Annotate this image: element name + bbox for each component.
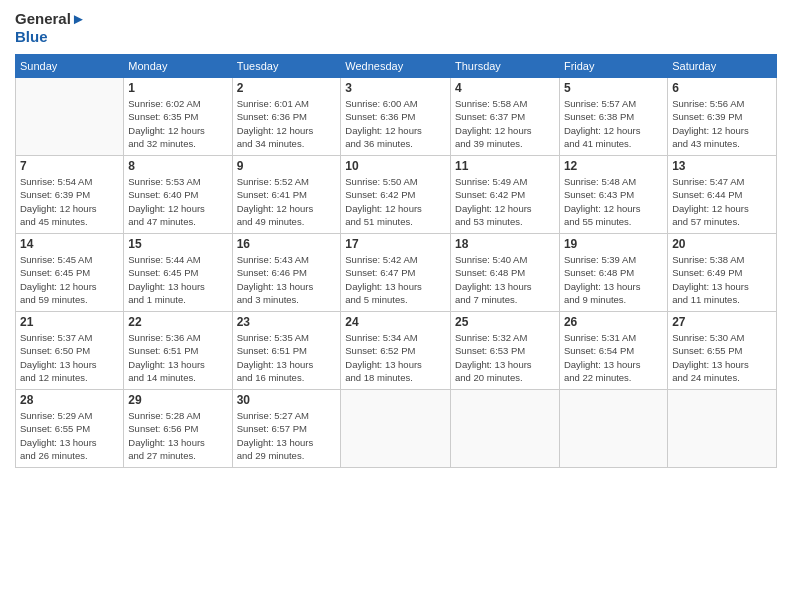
day-number: 1	[128, 81, 227, 95]
day-detail: Sunrise: 5:34 AMSunset: 6:52 PMDaylight:…	[345, 331, 446, 384]
logo-blue-text: Blue	[15, 28, 86, 46]
day-number: 26	[564, 315, 663, 329]
day-cell: 21Sunrise: 5:37 AMSunset: 6:50 PMDayligh…	[16, 312, 124, 390]
day-detail: Sunrise: 6:00 AMSunset: 6:36 PMDaylight:…	[345, 97, 446, 150]
main-container: General► Blue SundayMondayTuesdayWednesd…	[0, 0, 792, 478]
day-cell: 29Sunrise: 5:28 AMSunset: 6:56 PMDayligh…	[124, 390, 232, 468]
weekday-header-row: SundayMondayTuesdayWednesdayThursdayFrid…	[16, 55, 777, 78]
day-cell: 15Sunrise: 5:44 AMSunset: 6:45 PMDayligh…	[124, 234, 232, 312]
day-cell: 26Sunrise: 5:31 AMSunset: 6:54 PMDayligh…	[559, 312, 667, 390]
day-number: 14	[20, 237, 119, 251]
day-number: 19	[564, 237, 663, 251]
day-number: 9	[237, 159, 337, 173]
day-number: 2	[237, 81, 337, 95]
day-number: 15	[128, 237, 227, 251]
day-cell: 10Sunrise: 5:50 AMSunset: 6:42 PMDayligh…	[341, 156, 451, 234]
day-cell: 7Sunrise: 5:54 AMSunset: 6:39 PMDaylight…	[16, 156, 124, 234]
day-number: 7	[20, 159, 119, 173]
week-row-4: 21Sunrise: 5:37 AMSunset: 6:50 PMDayligh…	[16, 312, 777, 390]
day-number: 16	[237, 237, 337, 251]
day-number: 5	[564, 81, 663, 95]
day-number: 30	[237, 393, 337, 407]
day-detail: Sunrise: 5:44 AMSunset: 6:45 PMDaylight:…	[128, 253, 227, 306]
calendar-table: SundayMondayTuesdayWednesdayThursdayFrid…	[15, 54, 777, 468]
day-cell	[559, 390, 667, 468]
day-detail: Sunrise: 5:48 AMSunset: 6:43 PMDaylight:…	[564, 175, 663, 228]
day-cell: 20Sunrise: 5:38 AMSunset: 6:49 PMDayligh…	[668, 234, 777, 312]
day-cell: 3Sunrise: 6:00 AMSunset: 6:36 PMDaylight…	[341, 78, 451, 156]
day-detail: Sunrise: 5:27 AMSunset: 6:57 PMDaylight:…	[237, 409, 337, 462]
day-number: 28	[20, 393, 119, 407]
day-number: 20	[672, 237, 772, 251]
day-detail: Sunrise: 5:45 AMSunset: 6:45 PMDaylight:…	[20, 253, 119, 306]
logo: General► Blue	[15, 10, 86, 46]
day-cell: 18Sunrise: 5:40 AMSunset: 6:48 PMDayligh…	[451, 234, 560, 312]
day-detail: Sunrise: 5:32 AMSunset: 6:53 PMDaylight:…	[455, 331, 555, 384]
day-cell: 24Sunrise: 5:34 AMSunset: 6:52 PMDayligh…	[341, 312, 451, 390]
day-number: 29	[128, 393, 227, 407]
day-detail: Sunrise: 5:35 AMSunset: 6:51 PMDaylight:…	[237, 331, 337, 384]
day-number: 27	[672, 315, 772, 329]
day-cell: 30Sunrise: 5:27 AMSunset: 6:57 PMDayligh…	[232, 390, 341, 468]
day-cell: 13Sunrise: 5:47 AMSunset: 6:44 PMDayligh…	[668, 156, 777, 234]
logo-general-text: General►	[15, 10, 86, 28]
day-detail: Sunrise: 5:42 AMSunset: 6:47 PMDaylight:…	[345, 253, 446, 306]
day-cell: 12Sunrise: 5:48 AMSunset: 6:43 PMDayligh…	[559, 156, 667, 234]
day-cell	[451, 390, 560, 468]
day-detail: Sunrise: 6:01 AMSunset: 6:36 PMDaylight:…	[237, 97, 337, 150]
weekday-header-tuesday: Tuesday	[232, 55, 341, 78]
day-detail: Sunrise: 5:38 AMSunset: 6:49 PMDaylight:…	[672, 253, 772, 306]
day-detail: Sunrise: 5:29 AMSunset: 6:55 PMDaylight:…	[20, 409, 119, 462]
day-detail: Sunrise: 5:57 AMSunset: 6:38 PMDaylight:…	[564, 97, 663, 150]
day-cell: 17Sunrise: 5:42 AMSunset: 6:47 PMDayligh…	[341, 234, 451, 312]
day-number: 11	[455, 159, 555, 173]
week-row-2: 7Sunrise: 5:54 AMSunset: 6:39 PMDaylight…	[16, 156, 777, 234]
day-cell: 28Sunrise: 5:29 AMSunset: 6:55 PMDayligh…	[16, 390, 124, 468]
weekday-header-wednesday: Wednesday	[341, 55, 451, 78]
day-number: 13	[672, 159, 772, 173]
day-detail: Sunrise: 5:36 AMSunset: 6:51 PMDaylight:…	[128, 331, 227, 384]
day-number: 17	[345, 237, 446, 251]
day-detail: Sunrise: 5:39 AMSunset: 6:48 PMDaylight:…	[564, 253, 663, 306]
day-detail: Sunrise: 5:30 AMSunset: 6:55 PMDaylight:…	[672, 331, 772, 384]
day-cell: 9Sunrise: 5:52 AMSunset: 6:41 PMDaylight…	[232, 156, 341, 234]
weekday-header-thursday: Thursday	[451, 55, 560, 78]
day-cell: 19Sunrise: 5:39 AMSunset: 6:48 PMDayligh…	[559, 234, 667, 312]
day-detail: Sunrise: 5:54 AMSunset: 6:39 PMDaylight:…	[20, 175, 119, 228]
day-number: 21	[20, 315, 119, 329]
weekday-header-friday: Friday	[559, 55, 667, 78]
day-cell	[341, 390, 451, 468]
day-detail: Sunrise: 5:50 AMSunset: 6:42 PMDaylight:…	[345, 175, 446, 228]
day-cell: 23Sunrise: 5:35 AMSunset: 6:51 PMDayligh…	[232, 312, 341, 390]
week-row-1: 1Sunrise: 6:02 AMSunset: 6:35 PMDaylight…	[16, 78, 777, 156]
day-detail: Sunrise: 5:31 AMSunset: 6:54 PMDaylight:…	[564, 331, 663, 384]
day-number: 4	[455, 81, 555, 95]
day-cell: 11Sunrise: 5:49 AMSunset: 6:42 PMDayligh…	[451, 156, 560, 234]
day-cell: 4Sunrise: 5:58 AMSunset: 6:37 PMDaylight…	[451, 78, 560, 156]
day-number: 12	[564, 159, 663, 173]
day-cell: 16Sunrise: 5:43 AMSunset: 6:46 PMDayligh…	[232, 234, 341, 312]
day-detail: Sunrise: 5:49 AMSunset: 6:42 PMDaylight:…	[455, 175, 555, 228]
day-number: 10	[345, 159, 446, 173]
day-cell: 25Sunrise: 5:32 AMSunset: 6:53 PMDayligh…	[451, 312, 560, 390]
day-cell	[668, 390, 777, 468]
day-number: 8	[128, 159, 227, 173]
day-number: 23	[237, 315, 337, 329]
day-cell: 8Sunrise: 5:53 AMSunset: 6:40 PMDaylight…	[124, 156, 232, 234]
day-detail: Sunrise: 5:52 AMSunset: 6:41 PMDaylight:…	[237, 175, 337, 228]
day-detail: Sunrise: 5:43 AMSunset: 6:46 PMDaylight:…	[237, 253, 337, 306]
day-detail: Sunrise: 6:02 AMSunset: 6:35 PMDaylight:…	[128, 97, 227, 150]
weekday-header-sunday: Sunday	[16, 55, 124, 78]
day-cell: 1Sunrise: 6:02 AMSunset: 6:35 PMDaylight…	[124, 78, 232, 156]
day-cell: 14Sunrise: 5:45 AMSunset: 6:45 PMDayligh…	[16, 234, 124, 312]
weekday-header-monday: Monday	[124, 55, 232, 78]
day-cell: 6Sunrise: 5:56 AMSunset: 6:39 PMDaylight…	[668, 78, 777, 156]
day-detail: Sunrise: 5:40 AMSunset: 6:48 PMDaylight:…	[455, 253, 555, 306]
day-cell: 22Sunrise: 5:36 AMSunset: 6:51 PMDayligh…	[124, 312, 232, 390]
week-row-5: 28Sunrise: 5:29 AMSunset: 6:55 PMDayligh…	[16, 390, 777, 468]
week-row-3: 14Sunrise: 5:45 AMSunset: 6:45 PMDayligh…	[16, 234, 777, 312]
day-cell: 5Sunrise: 5:57 AMSunset: 6:38 PMDaylight…	[559, 78, 667, 156]
day-detail: Sunrise: 5:37 AMSunset: 6:50 PMDaylight:…	[20, 331, 119, 384]
day-detail: Sunrise: 5:47 AMSunset: 6:44 PMDaylight:…	[672, 175, 772, 228]
day-number: 18	[455, 237, 555, 251]
